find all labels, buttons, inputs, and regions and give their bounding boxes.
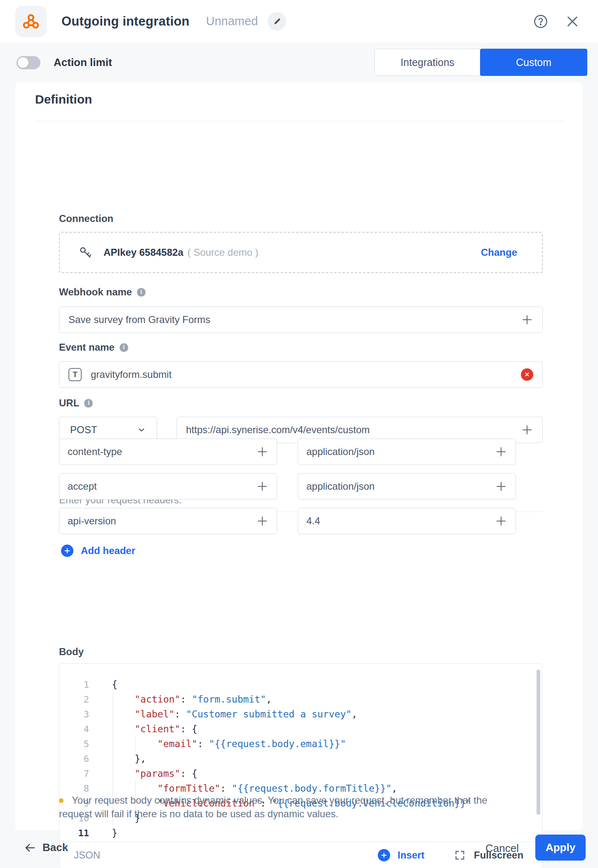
plus-icon: [256, 515, 268, 527]
section-divider: [35, 121, 564, 121]
definition-card: Definition Connection APIkey 6584582a ( …: [15, 83, 583, 830]
plus-icon: [495, 515, 507, 527]
action-limit-bar: Action limit Integrations Custom: [0, 42, 598, 83]
code-line[interactable]: 5 "email": "{{request.body.email}}": [59, 736, 534, 751]
header-field-text: 4.4: [306, 515, 495, 527]
outgoing-integration-modal: Outgoing integration Unnamed: [0, 0, 598, 868]
insert-dynamic-value-button[interactable]: [495, 480, 507, 493]
insert-dynamic-value-button[interactable]: [256, 480, 268, 493]
help-button[interactable]: [533, 14, 549, 29]
plus-icon: [495, 446, 507, 458]
error-icon[interactable]: ✕: [521, 368, 533, 381]
plus-icon: [521, 314, 533, 326]
event-name-input[interactable]: T gravityform.submit ✕: [59, 361, 543, 388]
webhook-name-label: Webhook name i: [59, 286, 146, 298]
header-row: api-version4.4: [59, 508, 543, 534]
line-number: 8: [59, 783, 89, 794]
code-text: "formTitle": "{{request.body.formTitle}}…: [112, 783, 397, 794]
connection-value: APIkey 6584582a: [104, 247, 184, 258]
dynamic-values-warning: Your request body contains dynamic value…: [59, 793, 504, 821]
tab-integrations[interactable]: Integrations: [374, 49, 480, 76]
insert-dynamic-value-button[interactable]: [256, 515, 268, 527]
code-text: "email": "{{request.body.email}}": [112, 738, 346, 749]
integration-name: Unnamed: [206, 14, 258, 28]
header-field-text: application/json: [306, 446, 495, 458]
code-text: {: [112, 679, 118, 690]
header-row: content-typeapplication/json: [59, 439, 543, 465]
connection-box: APIkey 6584582a ( Source demo ) Change: [59, 232, 543, 273]
code-text: "params": {: [112, 768, 198, 779]
insert-dynamic-value-button[interactable]: [495, 446, 507, 458]
action-limit-label: Action limit: [54, 56, 112, 69]
webhook-logo: [15, 6, 47, 37]
editor-scrollbar[interactable]: [537, 670, 540, 815]
connection-source: ( Source demo ): [188, 247, 259, 258]
code-text: "client": {: [112, 724, 198, 734]
header-key-input[interactable]: accept: [59, 473, 277, 500]
headers-grid: content-typeapplication/jsonacceptapplic…: [59, 439, 543, 542]
back-button[interactable]: Back: [24, 841, 68, 854]
code-text: },: [112, 753, 146, 764]
apply-button[interactable]: Apply: [535, 835, 586, 861]
connection-label: Connection: [59, 213, 113, 224]
insert-dynamic-value-button[interactable]: [521, 424, 533, 436]
code-line[interactable]: 2 "action": "form.submit",: [59, 692, 534, 707]
webhook-name-input[interactable]: Save survey from Gravity Forms: [59, 307, 543, 333]
line-number: 4: [59, 724, 89, 734]
insert-dynamic-value-button[interactable]: [521, 314, 533, 326]
header-key-input[interactable]: api-version: [59, 508, 277, 534]
header-field-text: accept: [68, 481, 256, 492]
header-value-input[interactable]: application/json: [298, 439, 516, 465]
body-label: Body: [59, 646, 84, 658]
back-arrow-icon: [24, 842, 36, 854]
code-line[interactable]: 1{: [59, 677, 534, 692]
url-label: URL i: [59, 397, 93, 409]
code-text: "label": "Customer submitted a survey",: [112, 709, 357, 719]
add-icon: [61, 545, 73, 557]
text-type-icon: T: [68, 368, 82, 381]
cancel-button[interactable]: Cancel: [485, 842, 519, 855]
line-number: 5: [59, 739, 89, 749]
header-value-input[interactable]: 4.4: [298, 508, 516, 534]
integration-type-tabs: Integrations Custom: [374, 49, 587, 76]
line-number: 3: [59, 709, 89, 719]
page-title: Outgoing integration: [61, 14, 190, 29]
header-value-input[interactable]: application/json: [298, 473, 516, 500]
plus-icon: [256, 446, 268, 458]
header-field-text: application/json: [306, 481, 495, 492]
plus-icon: [495, 480, 507, 493]
code-line[interactable]: 7 "params": {: [59, 766, 534, 781]
edit-name-button[interactable]: [268, 12, 286, 31]
header-key-input[interactable]: content-type: [59, 439, 277, 465]
info-icon[interactable]: i: [120, 343, 128, 352]
plus-icon: [521, 424, 533, 436]
event-name-label: Event name i: [59, 342, 128, 353]
code-line[interactable]: 4 "client": {: [59, 722, 534, 736]
close-icon: [565, 14, 580, 29]
toggle-knob: [18, 57, 28, 68]
webhook-icon: [22, 13, 40, 30]
warning-dot-icon: [59, 798, 64, 803]
header-field-text: content-type: [68, 446, 256, 458]
close-button[interactable]: [565, 14, 580, 29]
info-icon[interactable]: i: [137, 288, 146, 297]
modal-header: Outgoing integration Unnamed: [0, 0, 598, 42]
line-number: 1: [59, 679, 89, 690]
modal-footer: Back Cancel Apply: [0, 830, 598, 868]
action-limit-toggle[interactable]: [16, 56, 40, 69]
key-icon: [78, 245, 93, 260]
line-number: 7: [59, 769, 89, 779]
insert-dynamic-value-button[interactable]: [495, 515, 507, 527]
code-text: "action": "form.submit",: [112, 694, 272, 705]
code-line[interactable]: 6 },: [59, 751, 534, 766]
change-connection-link[interactable]: Change: [481, 247, 517, 258]
line-number: 6: [59, 754, 89, 764]
tab-custom[interactable]: Custom: [480, 49, 587, 76]
chevron-down-icon: [137, 425, 146, 434]
line-number: 2: [59, 694, 89, 705]
info-icon[interactable]: i: [84, 399, 93, 408]
insert-dynamic-value-button[interactable]: [256, 446, 268, 458]
add-header-button[interactable]: Add header: [61, 545, 135, 557]
code-line[interactable]: 3 "label": "Customer submitted a survey"…: [59, 707, 534, 722]
definition-section-title: Definition: [35, 92, 92, 106]
